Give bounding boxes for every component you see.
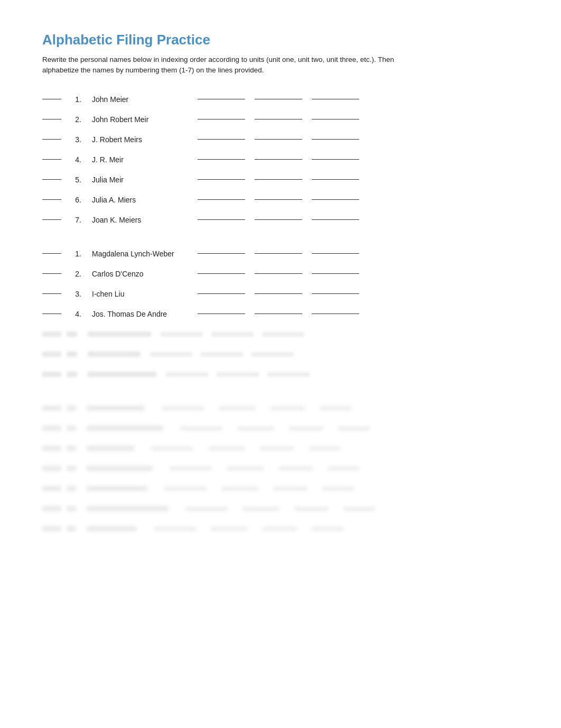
unit-field-3 <box>312 99 359 99</box>
table-row: 1. Magdalena Lynch-Weber <box>42 246 519 261</box>
table-row: 7. Joan K. Meiers <box>42 213 519 227</box>
section-1: 1. John Meier 2. John Robert Meir 3. J. … <box>42 92 519 227</box>
blurred-row <box>42 481 519 496</box>
blurred-row <box>42 401 519 416</box>
table-row: 3. J. Robert Meirs <box>42 132 519 147</box>
item-number: 6. <box>67 196 81 204</box>
unit-field-3 <box>312 293 359 294</box>
item-name: J. R. Meir <box>92 155 198 164</box>
table-row: 4. Jos. Thomas De Andre <box>42 307 519 321</box>
unit-field-3 <box>312 139 359 140</box>
blurred-row <box>42 461 519 476</box>
unit-field-3 <box>312 179 359 180</box>
rank-input-line <box>42 199 61 200</box>
rank-input-line <box>42 179 61 180</box>
unit-field-3 <box>312 199 359 200</box>
unit-field-2 <box>255 253 302 254</box>
table-row: 3. I-chen Liu <box>42 287 519 301</box>
table-row: 4. J. R. Meir <box>42 152 519 167</box>
rank-input-line <box>42 293 61 294</box>
section-2: 1. Magdalena Lynch-Weber 2. Carlos D'Cen… <box>42 246 519 382</box>
item-number: 3. <box>67 290 81 298</box>
item-number: 4. <box>67 155 81 164</box>
unit-field-2 <box>255 219 302 220</box>
table-row: 2. Carlos D'Cenzo <box>42 266 519 281</box>
item-number: 2. <box>67 270 81 278</box>
item-number: 7. <box>67 216 81 224</box>
rank-input-line <box>42 314 61 314</box>
instructions-text: Rewrite the personal names below in inde… <box>42 54 412 76</box>
item-number: 4. <box>67 310 81 318</box>
blurred-row <box>42 367 519 382</box>
blurred-row <box>42 501 519 516</box>
unit-field-3 <box>312 159 359 160</box>
item-name: Julia A. Miers <box>92 196 198 204</box>
unit-field-3 <box>312 314 359 314</box>
item-name: John Robert Meir <box>92 115 198 124</box>
item-number: 5. <box>67 176 81 184</box>
rank-input-line <box>42 219 61 220</box>
unit-field-2 <box>255 159 302 160</box>
item-number: 3. <box>67 135 81 144</box>
page-title: Alphabetic Filing Practice <box>42 32 519 48</box>
item-name: J. Robert Meirs <box>92 135 198 144</box>
unit-field-2 <box>255 179 302 180</box>
item-name: Jos. Thomas De Andre <box>92 310 198 318</box>
item-number: 1. <box>67 250 81 258</box>
table-row: 6. Julia A. Miers <box>42 192 519 207</box>
unit-field-1 <box>198 273 245 274</box>
rank-input-line <box>42 119 61 119</box>
unit-field-1 <box>198 99 245 99</box>
unit-field-2 <box>255 119 302 119</box>
unit-field-1 <box>198 119 245 119</box>
unit-field-1 <box>198 139 245 140</box>
unit-field-2 <box>255 139 302 140</box>
rank-input-line <box>42 253 61 254</box>
unit-field-3 <box>312 273 359 274</box>
unit-field-2 <box>255 273 302 274</box>
item-name: I-chen Liu <box>92 290 198 298</box>
unit-field-2 <box>255 99 302 99</box>
blurred-row <box>42 347 519 362</box>
unit-field-1 <box>198 179 245 180</box>
rank-input-line <box>42 139 61 140</box>
item-name: Julia Meir <box>92 176 198 184</box>
table-row: 5. Julia Meir <box>42 172 519 187</box>
unit-field-2 <box>255 293 302 294</box>
unit-field-1 <box>198 253 245 254</box>
unit-field-1 <box>198 159 245 160</box>
item-name: Joan K. Meiers <box>92 216 198 224</box>
unit-field-1 <box>198 199 245 200</box>
item-number: 1. <box>67 95 81 104</box>
table-row: 1. John Meier <box>42 92 519 107</box>
table-row: 2. John Robert Meir <box>42 112 519 127</box>
blurred-row <box>42 327 519 342</box>
unit-field-1 <box>198 219 245 220</box>
rank-input-line <box>42 159 61 160</box>
unit-field-3 <box>312 253 359 254</box>
blurred-row <box>42 441 519 456</box>
unit-field-2 <box>255 199 302 200</box>
item-name: Magdalena Lynch-Weber <box>92 250 198 258</box>
item-number: 2. <box>67 115 81 124</box>
unit-field-1 <box>198 293 245 294</box>
unit-field-1 <box>198 314 245 314</box>
blurred-row <box>42 421 519 436</box>
unit-field-2 <box>255 314 302 314</box>
blurred-row <box>42 521 519 536</box>
item-name: John Meier <box>92 95 198 104</box>
rank-input-line <box>42 99 61 99</box>
unit-field-3 <box>312 119 359 119</box>
item-name: Carlos D'Cenzo <box>92 270 198 278</box>
unit-field-3 <box>312 219 359 220</box>
rank-input-line <box>42 273 61 274</box>
section-3 <box>42 401 519 536</box>
